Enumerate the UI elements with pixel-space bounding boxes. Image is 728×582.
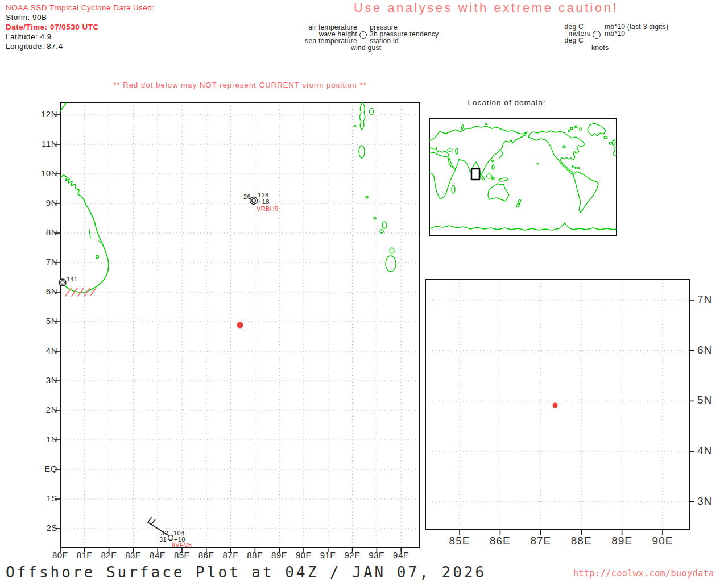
main-lat-label: 12N	[31, 110, 57, 119]
main-lon-label: 87E	[218, 551, 243, 560]
source-url: http://coolwx.com/buoydata	[573, 569, 714, 579]
zoom-lon-label: 89E	[605, 535, 639, 547]
main-lat-label: 9N	[31, 198, 57, 207]
station-circle-icon	[359, 31, 367, 39]
main-lat-label: 3N	[31, 376, 57, 385]
borneo	[487, 174, 492, 178]
zoom-lat-label: 5N	[697, 394, 712, 406]
nicobar-island-2	[380, 230, 383, 233]
station-vrbh9-pressure: 128	[258, 192, 269, 199]
main-lat-label: 2N	[31, 405, 57, 414]
arctic-island-1	[570, 127, 573, 130]
madagascar	[452, 185, 455, 193]
main-lon-label: 91E	[316, 551, 341, 560]
legend-wind-gust: wind gust	[351, 44, 381, 52]
main-lat-label: 1S	[31, 494, 57, 503]
severnaya-zemlya	[486, 123, 487, 125]
british-isles	[612, 140, 615, 146]
caution-banner: Use analyses with extreme caution!	[354, 1, 618, 14]
main-lat-label: 2S	[31, 523, 57, 533]
zoom-lat-label: 4N	[697, 445, 712, 456]
main-lat-label: 7N	[31, 257, 57, 267]
main-lon-label: 93E	[364, 551, 389, 560]
main-lat-label: 10N	[31, 169, 57, 178]
south-america-coast	[573, 172, 598, 213]
station-vrbh9-glyph	[250, 197, 258, 205]
sri-lanka-lake	[96, 256, 99, 259]
main-lon-label: 80E	[48, 551, 73, 560]
ireland	[609, 142, 611, 144]
zoom-lon-label: 90E	[646, 535, 680, 547]
main-lat-label: 11N	[31, 139, 57, 148]
arctic-island-4	[569, 130, 570, 132]
header-source-line: NOAA SSD Tropical Cyclone Data Used:	[6, 4, 155, 12]
zoom-lon-label: 85E	[442, 535, 477, 547]
japan	[499, 151, 502, 158]
main-lat-label: 1N	[31, 435, 57, 444]
domain-location-rectangle	[471, 169, 479, 180]
legend-unit-degc-2: deg C	[549, 37, 584, 44]
novaya-zemlya	[461, 125, 464, 130]
station-9vfv5-sea-temp: 31	[153, 537, 167, 543]
zoom-lon-label: 87E	[524, 535, 558, 547]
main-lat-label: EQ	[31, 464, 57, 473]
inset-map-title: Location of domain:	[430, 99, 584, 107]
main-lon-label: 86E	[194, 551, 219, 560]
header-latitude: Latitude: 4.9	[6, 33, 52, 41]
main-lon-label: 88E	[242, 551, 267, 560]
header-storm: Storm: 90B	[6, 14, 47, 22]
header-datetime: Date/Time: 07/0530 UTC	[6, 23, 99, 31]
greenland	[588, 123, 606, 136]
legend-sea-temperature: sea temperature	[289, 38, 357, 45]
andaman-island-small	[370, 109, 374, 115]
great-lakes	[563, 146, 565, 148]
red-dot-warning: ** Red dot below may NOT represent CURRE…	[60, 81, 420, 89]
black-sea	[448, 149, 452, 151]
little-andaman-island	[359, 146, 365, 158]
nicobar-island-3	[390, 248, 394, 253]
main-lon-label: 81E	[72, 551, 97, 560]
zoom-lon-label: 88E	[564, 535, 598, 547]
main-map-ticks	[55, 115, 401, 552]
offshore-surface-plot-page: NOAA SSD Tropical Cyclone Data Used: Sto…	[0, 0, 728, 582]
zoom-lat-label: 7N	[697, 294, 712, 305]
station-circle-icon	[593, 31, 601, 39]
main-lat-label: 8N	[31, 228, 57, 237]
new-guinea	[499, 177, 508, 181]
caribbean-island-1	[572, 166, 573, 167]
arctic-island-2	[575, 126, 577, 128]
zoom-lat-label: 3N	[697, 496, 712, 507]
taiwan	[492, 160, 494, 162]
page-title: Offshore Surface Plot at 04Z / JAN 07, 2…	[6, 565, 486, 580]
caspian-sea	[456, 148, 458, 154]
inset-map-border	[429, 118, 617, 235]
header-longitude: Longitude: 87.4	[6, 43, 63, 51]
andaman-islet-1	[354, 125, 355, 127]
station-vrbh9-tendency: +18	[258, 199, 270, 206]
zoom-lon-label: 86E	[483, 535, 517, 547]
main-lon-label: 82E	[97, 551, 122, 560]
andaman-island-large	[360, 102, 365, 130]
main-lon-label: 89E	[267, 551, 292, 560]
main-lon-label: 83E	[121, 551, 146, 560]
australia-coast	[488, 184, 509, 201]
caribbean-island-3	[578, 168, 580, 169]
station-141-pressure: 141	[67, 276, 78, 283]
station-vrbh9-id: VRBH9	[257, 206, 279, 213]
celebes	[492, 177, 494, 180]
main-lon-label: 92E	[340, 551, 365, 560]
iceland	[604, 136, 607, 139]
inset-world-coastlines	[429, 123, 617, 231]
station-vrbh9-air-temp: 26	[237, 194, 251, 201]
main-lon-label: 85E	[169, 551, 195, 560]
main-lat-label: 5N	[31, 317, 57, 326]
new-zealand-south	[516, 203, 520, 208]
main-lon-label: 90E	[291, 551, 316, 560]
islet-2	[366, 196, 368, 198]
station-circle-inner	[252, 199, 255, 202]
caribbean-island-2	[575, 167, 576, 168]
great-nicobar-island	[386, 256, 396, 272]
station-circle-inner	[61, 281, 64, 284]
legend-unit-mb10: mb*10	[605, 30, 625, 38]
antarctica-coast	[431, 223, 616, 230]
